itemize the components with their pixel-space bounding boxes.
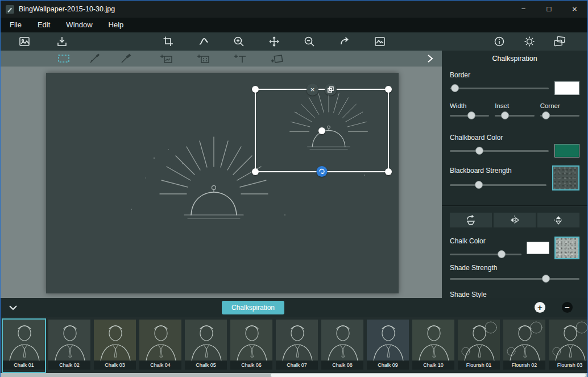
settings-gear-icon[interactable] <box>521 33 538 50</box>
border-slider[interactable] <box>450 84 549 93</box>
open-image-icon[interactable] <box>16 33 33 50</box>
menu-help[interactable]: Help <box>101 18 132 32</box>
close-button[interactable]: × <box>562 1 587 18</box>
shade-strength-slider[interactable] <box>450 274 579 283</box>
toolbar-right-group <box>491 33 568 50</box>
chalk-texture-swatch[interactable] <box>554 237 579 259</box>
thumbnail-label: Chalk 02 <box>48 361 90 370</box>
minimize-button[interactable]: − <box>511 1 536 18</box>
horizontal-scrollbar[interactable] <box>1 373 587 377</box>
maximize-button[interactable]: □ <box>536 1 562 18</box>
delete-selection-button[interactable]: × <box>307 84 318 96</box>
thumbnail-label: Chalk 04 <box>139 361 181 370</box>
filmstrip-item[interactable]: Flourish 02 <box>502 318 546 373</box>
subtoolbar-tools <box>1 51 442 67</box>
selection-handle-bottom-right[interactable] <box>385 168 392 175</box>
add-text-icon[interactable] <box>233 51 247 66</box>
rotate-handle[interactable] <box>317 166 328 177</box>
zoom-in-icon[interactable] <box>230 33 247 50</box>
thumbnail-image <box>458 320 500 361</box>
canvas-area[interactable]: × <box>1 67 442 298</box>
thumbnail-image <box>94 320 136 361</box>
select-tool-icon[interactable] <box>56 51 71 66</box>
menu-window[interactable]: Window <box>58 18 100 32</box>
blackboard-texture-swatch[interactable] <box>552 165 579 190</box>
current-effect-button[interactable]: Chalkspiration <box>222 301 284 314</box>
thumbnail-label: Flourish 03 <box>549 361 587 370</box>
chalkboard-color-swatch[interactable] <box>554 144 579 158</box>
filmstrip-item[interactable]: Chalk 08 <box>320 318 365 373</box>
panel-divider <box>442 205 587 206</box>
brush-tool-icon[interactable] <box>88 51 102 66</box>
thumbnail-image <box>367 320 409 361</box>
selection-handle-center[interactable] <box>318 127 325 134</box>
scrollbar-thumb[interactable] <box>271 374 586 377</box>
flip-horizontal-button[interactable] <box>494 213 536 227</box>
selection-handle-top-right[interactable] <box>385 86 392 93</box>
add-pattern-icon[interactable] <box>196 51 210 66</box>
menu-edit[interactable]: Edit <box>30 18 58 32</box>
expand-chevron-icon[interactable] <box>423 51 437 66</box>
thumbnail-image <box>3 320 45 361</box>
chalk-color-swatch[interactable] <box>527 242 549 254</box>
thumbnail-image <box>230 320 272 361</box>
effects-gallery-icon[interactable] <box>551 33 568 50</box>
window-controls: − □ × <box>511 1 587 18</box>
app-window: BingWallpaper-2015-10-30.jpg − □ × File … <box>0 0 588 377</box>
filmstrip-item[interactable]: Chalk 10 <box>411 318 456 373</box>
blackboard-strength-slider[interactable] <box>450 180 546 189</box>
collapse-chevron-icon[interactable] <box>9 305 18 310</box>
filmstrip-item[interactable]: Chalk 07 <box>275 318 319 373</box>
selection-handle-bottom-left[interactable] <box>252 168 259 175</box>
filmstrip-item[interactable]: Chalk 05 <box>184 318 228 373</box>
chalkboard-color-slider[interactable] <box>450 146 549 155</box>
filmstrip-item[interactable]: Chalk 04 <box>138 318 183 373</box>
chalk-color-slider[interactable] <box>450 250 521 259</box>
thumbnail-zoom-controls: + − <box>535 302 587 313</box>
filmstrip-item[interactable]: Chalk 09 <box>366 318 410 373</box>
add-image-icon[interactable] <box>159 51 173 66</box>
filmstrip-item[interactable]: Chalk 02 <box>47 318 92 373</box>
main-area: × Border Width <box>1 67 587 298</box>
info-icon[interactable] <box>491 33 508 50</box>
titlebar: BingWallpaper-2015-10-30.jpg − □ × <box>1 1 587 18</box>
chalkboard-color-label: Chalkboard Color <box>450 134 579 142</box>
filmstrip-item[interactable]: Chalk 03 <box>93 318 137 373</box>
selection-handle-top-left[interactable] <box>252 86 259 93</box>
panel-title: Chalkspiration <box>442 51 587 67</box>
thumbnail-label: Chalk 10 <box>412 361 454 370</box>
zoom-out-icon[interactable] <box>301 33 318 50</box>
corner-slider[interactable] <box>540 111 579 120</box>
shade-strength-label: Shade Strength <box>450 264 579 272</box>
thumbnails-zoom-out-button[interactable]: − <box>562 302 573 313</box>
add-shape-icon[interactable] <box>270 51 284 66</box>
eraser-tool-icon[interactable] <box>119 51 134 66</box>
border-color-swatch[interactable] <box>554 81 579 95</box>
width-slider[interactable] <box>450 111 489 120</box>
menu-file[interactable]: File <box>1 18 30 32</box>
thumbnail-image <box>185 320 227 361</box>
crop-icon[interactable] <box>160 33 177 50</box>
thumbnail-image <box>321 320 363 361</box>
transform-buttons <box>450 213 579 227</box>
selection-box[interactable]: × <box>255 89 389 172</box>
redo-icon[interactable] <box>336 33 353 50</box>
rotate-button[interactable] <box>450 213 492 227</box>
filmstrip-item[interactable]: Chalk 06 <box>229 318 274 373</box>
insert-image-icon[interactable] <box>371 33 388 50</box>
filmstrip-item[interactable]: Flourish 03 <box>548 318 587 373</box>
flip-vertical-button[interactable] <box>537 213 579 227</box>
inset-slider[interactable] <box>495 111 534 120</box>
corner-label: Corner <box>540 102 579 110</box>
width-label: Width <box>450 102 489 110</box>
save-icon[interactable] <box>53 33 71 50</box>
filmstrip-item[interactable]: Flourish 01 <box>457 318 501 373</box>
thumbnail-label: Chalk 03 <box>94 361 136 370</box>
duplicate-selection-button[interactable] <box>325 84 337 96</box>
filmstrip-item[interactable]: Chalk 01 <box>2 318 46 373</box>
chalk-color-label: Chalk Color <box>450 237 521 245</box>
thumbnails-zoom-in-button[interactable]: + <box>535 302 545 313</box>
draw-curve-icon[interactable] <box>195 33 212 50</box>
move-icon[interactable] <box>266 33 283 50</box>
canvas-image[interactable]: × <box>46 73 399 293</box>
